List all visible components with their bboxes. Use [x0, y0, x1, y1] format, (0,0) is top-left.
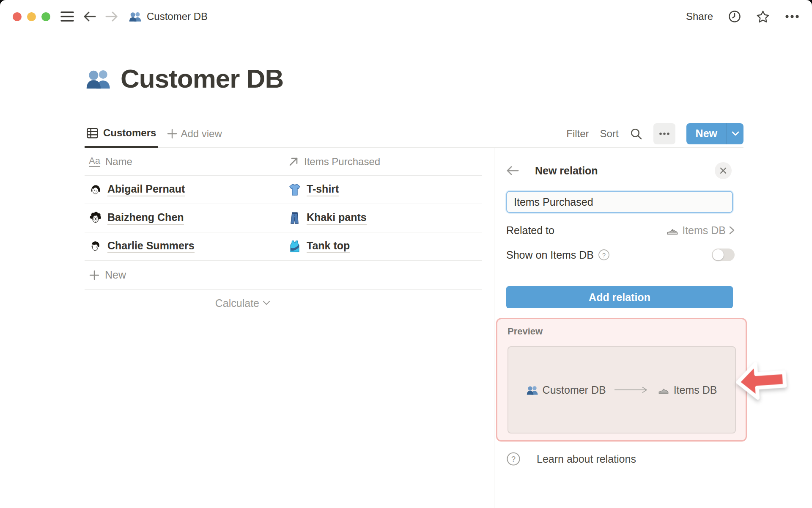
chevron-right-icon	[729, 226, 735, 235]
tank-top-icon	[288, 240, 302, 253]
row-title-link[interactable]: Abigail Pernaut	[107, 183, 185, 196]
column-header-items-purchased[interactable]: Items Purchased	[281, 148, 482, 175]
traffic-lights	[13, 12, 50, 21]
favorite-star-icon[interactable]	[756, 10, 770, 23]
svg-text:?: ?	[511, 455, 516, 464]
avatar-abigail	[89, 183, 102, 196]
chevron-down-icon	[263, 301, 270, 306]
preview-annotation-highlight: Preview Customer DB Items DB	[496, 318, 747, 442]
view-more-button[interactable]	[653, 123, 675, 144]
panel-title: New relation	[535, 165, 598, 177]
preview-source-label: Customer DB	[543, 384, 606, 396]
table-view-icon	[86, 127, 99, 139]
table-row: Baizheng Chen Khaki pants	[85, 204, 482, 232]
breadcrumb-title: Customer DB	[147, 11, 208, 22]
pants-icon	[288, 211, 302, 225]
add-relation-button[interactable]: Add relation	[506, 286, 733, 308]
plus-icon	[167, 129, 177, 139]
sneaker-icon	[666, 225, 679, 236]
people-icon-large[interactable]	[86, 67, 111, 90]
people-icon	[129, 11, 142, 22]
forward-arrow-icon[interactable]	[105, 11, 118, 22]
add-view-label: Add view	[181, 128, 222, 140]
new-relation-panel: New relation Related to Items DB Show on…	[494, 148, 812, 508]
preview-target-label: Items DB	[674, 384, 717, 396]
calculate-row: Calculate	[85, 290, 482, 317]
learn-label: Learn about relations	[537, 453, 636, 465]
plus-icon	[89, 270, 100, 281]
people-icon-small	[527, 385, 538, 395]
new-row-label: New	[105, 269, 126, 281]
new-button[interactable]: New	[686, 123, 727, 144]
add-view-button[interactable]: Add view	[162, 120, 227, 147]
item-link[interactable]: T-shirt	[307, 183, 339, 196]
titlebar: Customer DB Share	[0, 0, 812, 33]
calculate-button[interactable]: Calculate	[85, 290, 281, 317]
view-toolbar: Customers Add view Filter Sort New	[85, 120, 743, 148]
avatar-charlie	[89, 240, 102, 253]
table-row: Abigail Pernaut T-shirt	[85, 176, 482, 204]
relation-direction-arrow	[614, 386, 650, 394]
zoom-window-button[interactable]	[41, 12, 50, 21]
close-window-button[interactable]	[13, 12, 22, 21]
new-row-button[interactable]: New	[85, 261, 482, 290]
show-on-label: Show on Items DB	[506, 249, 594, 261]
column-name-label: Name	[105, 156, 132, 168]
column-items-label: Items Purchased	[304, 156, 380, 168]
annotation-red-arrow	[733, 356, 790, 407]
share-button[interactable]: Share	[686, 11, 713, 22]
item-link[interactable]: Tank top	[307, 240, 350, 253]
app-window: Customer DB Share Customer DB	[0, 0, 812, 508]
relation-preview-card: Customer DB Items DB	[508, 346, 736, 433]
help-circle-icon[interactable]: ?	[598, 249, 610, 261]
toggle-knob	[713, 249, 724, 260]
table-header-row: Aa Name Items Purchased	[85, 148, 482, 176]
table-row: Charlie Summers Tank top	[85, 232, 482, 261]
show-on-row: Show on Items DB ?	[506, 243, 735, 266]
sort-button[interactable]: Sort	[600, 128, 619, 140]
search-icon[interactable]	[630, 127, 642, 140]
calculate-label: Calculate	[215, 297, 259, 309]
tab-customers-label: Customers	[103, 127, 156, 139]
back-arrow-icon[interactable]	[83, 11, 96, 22]
related-to-row[interactable]: Related to Items DB	[506, 219, 735, 242]
sidebar-menu-icon[interactable]	[60, 11, 74, 22]
tshirt-icon	[288, 183, 302, 196]
tab-customers[interactable]: Customers	[85, 120, 158, 148]
sneaker-icon	[658, 385, 669, 395]
filter-button[interactable]: Filter	[566, 128, 589, 140]
row-title-link[interactable]: Baizheng Chen	[107, 211, 184, 225]
cell-name-baizheng[interactable]: Baizheng Chen	[85, 204, 281, 232]
cell-name-abigail[interactable]: Abigail Pernaut	[85, 176, 281, 204]
breadcrumb[interactable]: Customer DB	[129, 11, 208, 22]
customers-table: Aa Name Items Purchased Abigail Pernaut	[85, 148, 482, 317]
page-title[interactable]: Customer DB	[121, 64, 283, 94]
avatar-baizheng	[89, 211, 102, 225]
related-to-value: Items DB	[682, 224, 726, 237]
minimize-window-button[interactable]	[27, 12, 36, 21]
cell-item-tank-top[interactable]: Tank top	[281, 232, 482, 260]
cell-item-khaki-pants[interactable]: Khaki pants	[281, 204, 482, 232]
row-title-link[interactable]: Charlie Summers	[107, 240, 195, 253]
preview-section-label: Preview	[508, 326, 543, 337]
cell-name-charlie[interactable]: Charlie Summers	[85, 232, 281, 260]
relation-arrow-icon	[288, 156, 299, 167]
item-link[interactable]: Khaki pants	[307, 211, 367, 225]
panel-close-icon[interactable]	[715, 162, 732, 179]
new-split-button: New	[686, 123, 743, 144]
relation-name-input[interactable]	[506, 191, 733, 213]
svg-text:?: ?	[602, 251, 606, 259]
title-property-icon: Aa	[89, 156, 100, 167]
more-options-icon[interactable]	[785, 14, 799, 19]
show-on-toggle[interactable]	[712, 248, 735, 261]
history-clock-icon[interactable]	[728, 10, 741, 23]
new-dropdown-button[interactable]	[727, 123, 743, 144]
help-circle-icon: ?	[506, 452, 521, 466]
related-to-label: Related to	[506, 224, 554, 237]
panel-back-icon[interactable]	[506, 166, 519, 176]
column-header-name[interactable]: Aa Name	[85, 148, 281, 175]
cell-item-tshirt[interactable]: T-shirt	[281, 176, 482, 204]
page-header: Customer DB	[86, 64, 283, 94]
learn-about-relations-link[interactable]: ? Learn about relations	[506, 448, 636, 469]
